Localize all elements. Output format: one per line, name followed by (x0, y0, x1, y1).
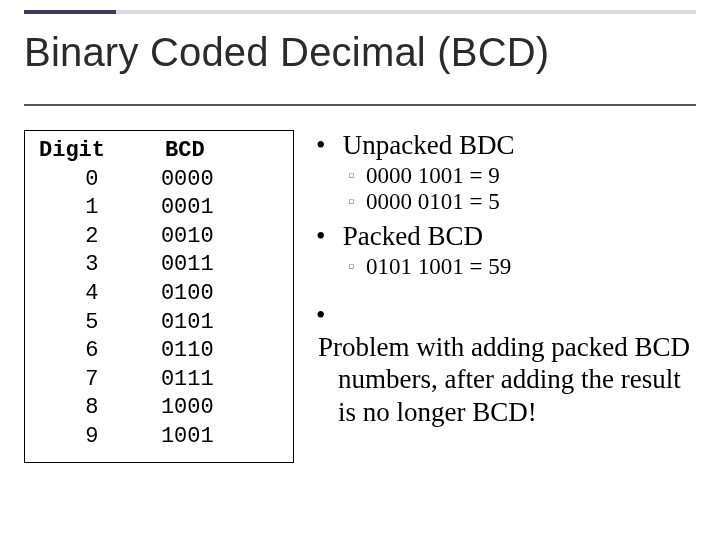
cell-digit: 5 (25, 309, 153, 338)
sub-bullet: 0101 1001 = 59 (348, 254, 696, 280)
cell-bcd: 0100 (153, 280, 293, 309)
cell-bcd: 0010 (153, 223, 293, 252)
title-underline (24, 104, 696, 106)
table-row: 7 0111 (25, 366, 293, 395)
bullet-unpacked: Unpacked BDC 0000 1001 = 9 0000 0101 = 5 (318, 130, 696, 215)
sub-bullet-text: 0101 1001 = 59 (366, 254, 511, 279)
bullet-packed-label: Packed BCD (343, 221, 483, 251)
cell-bcd: 1000 (153, 394, 293, 423)
sub-bullet-text: 0000 0101 = 5 (366, 189, 500, 214)
cell-bcd: 0000 (153, 166, 293, 195)
table-row: 0 0000 (25, 166, 293, 195)
cell-bcd: 0001 (153, 194, 293, 223)
bullet-sublist: 0000 1001 = 9 0000 0101 = 5 (348, 163, 696, 215)
bullet-problem-text: Problem with adding packed BCD numbers, … (318, 331, 696, 428)
table-row: 2 0010 (25, 223, 293, 252)
cell-digit: 2 (25, 223, 153, 252)
table-row: 5 0101 (25, 309, 293, 338)
cell-digit: 7 (25, 366, 153, 395)
table-row: 4 0100 (25, 280, 293, 309)
bullet-list: Unpacked BDC 0000 1001 = 9 0000 0101 = 5… (318, 130, 696, 280)
table-header-digit: Digit (25, 137, 157, 166)
spacer (318, 286, 696, 300)
cell-digit: 6 (25, 337, 153, 366)
bullet-problem: Problem with adding packed BCD numbers, … (318, 300, 696, 428)
bullet-sublist: 0101 1001 = 59 (348, 254, 696, 280)
cell-bcd: 1001 (153, 423, 293, 452)
table-row: 9 1001 (25, 423, 293, 452)
bullet-list: Problem with adding packed BCD numbers, … (318, 300, 696, 428)
bcd-table: Digit BCD 0 0000 1 0001 2 0010 3 0011 4 … (24, 130, 294, 463)
cell-digit: 8 (25, 394, 153, 423)
table-row: 3 0011 (25, 251, 293, 280)
cell-digit: 1 (25, 194, 153, 223)
cell-bcd: 0110 (153, 337, 293, 366)
table-row: 8 1000 (25, 394, 293, 423)
sub-bullet: 0000 1001 = 9 (348, 163, 696, 189)
cell-bcd: 0011 (153, 251, 293, 280)
sub-bullet-text: 0000 1001 = 9 (366, 163, 500, 188)
table-row: 1 0001 (25, 194, 293, 223)
table-header-row: Digit BCD (25, 137, 293, 166)
sub-bullet: 0000 0101 = 5 (348, 189, 696, 215)
cell-digit: 4 (25, 280, 153, 309)
cell-bcd: 0111 (153, 366, 293, 395)
accent-dark (24, 10, 116, 14)
content-area: Unpacked BDC 0000 1001 = 9 0000 0101 = 5… (318, 130, 696, 432)
slide-title: Binary Coded Decimal (BCD) (24, 30, 696, 75)
table-row: 6 0110 (25, 337, 293, 366)
cell-bcd: 0101 (153, 309, 293, 338)
accent-light (24, 10, 696, 14)
cell-digit: 9 (25, 423, 153, 452)
top-accent-bar (24, 10, 696, 18)
bullet-packed: Packed BCD 0101 1001 = 59 (318, 221, 696, 280)
cell-digit: 0 (25, 166, 153, 195)
cell-digit: 3 (25, 251, 153, 280)
slide: Binary Coded Decimal (BCD) Digit BCD 0 0… (0, 0, 720, 540)
table-header-bcd: BCD (157, 137, 293, 166)
bullet-unpacked-label: Unpacked BDC (343, 130, 515, 160)
